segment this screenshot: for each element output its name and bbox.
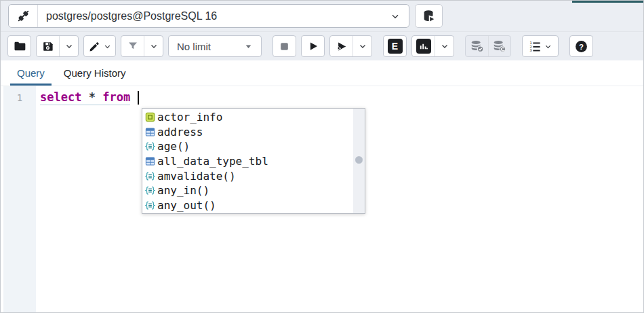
dropdown-arrow-icon xyxy=(244,42,253,51)
chevron-down-icon xyxy=(358,41,367,51)
chevron-down-icon xyxy=(544,42,552,51)
chevron-down-icon xyxy=(390,11,401,22)
code-line-1: select * from xyxy=(40,90,139,105)
edit-menu-button[interactable] xyxy=(84,36,115,56)
play-with-cursor-icon xyxy=(335,40,348,53)
query-toolbar: No limit xyxy=(1,32,643,60)
save-button[interactable] xyxy=(37,36,59,56)
database-new-connection-icon xyxy=(422,9,437,24)
execute-script-button[interactable] xyxy=(330,36,353,56)
autocomplete-item[interactable]: any_in() xyxy=(144,183,353,198)
svg-text:3: 3 xyxy=(529,48,531,52)
line-number-gutter: 1 xyxy=(3,86,36,313)
execute-options-dropdown[interactable] xyxy=(353,36,371,56)
autocomplete-popup: actor_info address age() all_data_type_t… xyxy=(142,108,365,214)
filter-options-dropdown[interactable] xyxy=(144,36,163,56)
autocomplete-item-label: any_in() xyxy=(157,184,209,197)
save-options-dropdown[interactable] xyxy=(59,36,78,56)
table-icon xyxy=(144,155,156,167)
chevron-down-icon xyxy=(103,42,112,51)
help-question-icon: ? xyxy=(574,39,588,54)
numbered-list-icon: 1 2 3 xyxy=(529,40,542,53)
filter-button[interactable] xyxy=(121,36,144,56)
pencil-edit-icon xyxy=(88,40,101,53)
autocomplete-item[interactable]: amvalidate() xyxy=(144,168,353,183)
panel-active-tab-accent xyxy=(572,1,644,3)
autocomplete-scrollbar[interactable] xyxy=(353,109,365,213)
macros-button[interactable]: 1 2 3 xyxy=(523,36,558,56)
database-commit-icon xyxy=(470,39,485,54)
autocomplete-item-label: any_out() xyxy=(157,199,216,212)
open-file-button[interactable] xyxy=(8,36,31,56)
new-connection-button[interactable] xyxy=(415,4,443,28)
editor-tabbar: Query Query History xyxy=(1,60,643,86)
connection-dropdown[interactable]: postgres/postgres@PostgreSQL 16 xyxy=(38,5,409,27)
folder-icon xyxy=(13,39,26,53)
autocomplete-item-label: actor_info xyxy=(157,111,222,124)
autocomplete-item[interactable]: any_out() xyxy=(144,198,353,213)
autocomplete-item[interactable]: age() xyxy=(144,139,353,154)
tab-query[interactable]: Query xyxy=(7,60,54,86)
execute-button[interactable] xyxy=(302,36,324,56)
sql-keyword-from: from xyxy=(102,90,130,104)
connection-selector: postgres/postgres@PostgreSQL 16 xyxy=(8,4,409,28)
autocomplete-item[interactable]: all_data_type_tbl xyxy=(144,154,353,169)
connection-status-button[interactable] xyxy=(9,5,38,27)
function-icon xyxy=(144,200,156,211)
svg-text:?: ? xyxy=(579,42,584,50)
scrollbar-thumb[interactable] xyxy=(355,156,363,164)
filter-funnel-icon xyxy=(127,40,139,52)
stop-button[interactable] xyxy=(273,36,296,56)
chevron-down-icon xyxy=(64,41,74,51)
line-number: 1 xyxy=(3,92,36,103)
play-icon xyxy=(307,40,319,52)
stop-square-icon xyxy=(279,41,290,52)
table-icon xyxy=(144,126,156,138)
row-limit-value: No limit xyxy=(177,41,211,52)
analyze-chart-icon xyxy=(416,39,431,54)
rollback-button[interactable] xyxy=(488,36,510,56)
explain-button[interactable]: E xyxy=(384,36,406,56)
function-icon xyxy=(144,185,156,196)
query-tool-window: postgres/postgres@PostgreSQL 16 xyxy=(0,0,644,313)
function-icon xyxy=(144,141,156,152)
autocomplete-item-label: address xyxy=(157,126,203,139)
chevron-down-icon xyxy=(440,41,449,51)
tab-query-history-label: Query History xyxy=(64,67,126,79)
tab-query-label: Query xyxy=(17,67,45,79)
chevron-down-icon xyxy=(149,41,159,51)
autocomplete-item-label: age() xyxy=(157,140,190,153)
explain-options-dropdown[interactable] xyxy=(435,36,454,56)
tab-query-history[interactable]: Query History xyxy=(54,60,136,86)
autocomplete-list: actor_info address age() all_data_type_t… xyxy=(142,109,353,213)
sql-keyword-select: select xyxy=(40,90,81,104)
connection-label: postgres/postgres@PostgreSQL 16 xyxy=(46,10,390,22)
text-cursor xyxy=(138,91,139,105)
autocomplete-item[interactable]: address xyxy=(144,125,353,140)
autocomplete-item[interactable]: actor_info xyxy=(144,110,353,125)
row-limit-select[interactable]: No limit xyxy=(169,36,261,56)
explain-e-icon: E xyxy=(388,39,403,54)
explain-analyze-button[interactable] xyxy=(412,36,435,56)
autocomplete-item-label: amvalidate() xyxy=(157,170,236,183)
autocomplete-item-label: all_data_type_tbl xyxy=(157,155,268,168)
help-button[interactable]: ? xyxy=(570,36,592,56)
save-floppy-icon xyxy=(41,40,54,53)
database-rollback-icon xyxy=(492,39,507,54)
view-icon xyxy=(144,111,156,123)
connection-bar: postgres/postgres@PostgreSQL 16 xyxy=(1,1,643,32)
function-icon xyxy=(144,170,156,182)
commit-button[interactable] xyxy=(466,36,488,56)
plug-connected-icon xyxy=(16,8,31,24)
sql-operator-star: * xyxy=(89,90,96,104)
